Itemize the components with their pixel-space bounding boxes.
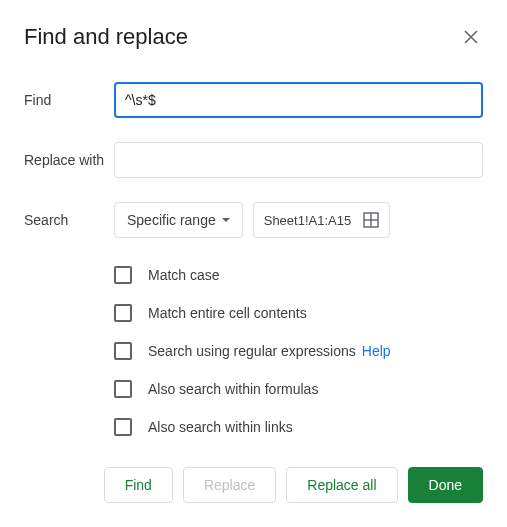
search-label: Search	[24, 212, 114, 228]
replace-with-input[interactable]	[114, 142, 483, 178]
chevron-down-icon	[222, 218, 230, 222]
done-button[interactable]: Done	[408, 467, 483, 503]
match-case-label: Match case	[148, 267, 220, 283]
find-label: Find	[24, 92, 114, 108]
search-links-label: Also search within links	[148, 419, 293, 435]
range-text: Sheet1!A1:A15	[264, 213, 351, 228]
match-case-checkbox[interactable]	[114, 266, 132, 284]
match-entire-cell-label: Match entire cell contents	[148, 305, 307, 321]
search-formulas-label: Also search within formulas	[148, 381, 318, 397]
search-links-checkbox[interactable]	[114, 418, 132, 436]
range-selector[interactable]: Sheet1!A1:A15	[253, 202, 390, 238]
dialog-title: Find and replace	[24, 24, 188, 50]
search-scope-dropdown[interactable]: Specific range	[114, 202, 243, 238]
regex-checkbox[interactable]	[114, 342, 132, 360]
find-input[interactable]	[114, 82, 483, 118]
search-formulas-checkbox[interactable]	[114, 380, 132, 398]
regex-help-link[interactable]: Help	[362, 343, 391, 359]
regex-label: Search using regular expressions	[148, 343, 356, 359]
grid-select-icon	[363, 212, 379, 228]
replace-all-button[interactable]: Replace all	[286, 467, 397, 503]
close-icon	[464, 30, 478, 44]
search-scope-dropdown-label: Specific range	[127, 212, 216, 228]
close-button[interactable]	[459, 25, 483, 49]
find-button[interactable]: Find	[104, 467, 173, 503]
replace-with-label: Replace with	[24, 152, 114, 168]
match-entire-cell-checkbox[interactable]	[114, 304, 132, 322]
replace-button[interactable]: Replace	[183, 467, 276, 503]
